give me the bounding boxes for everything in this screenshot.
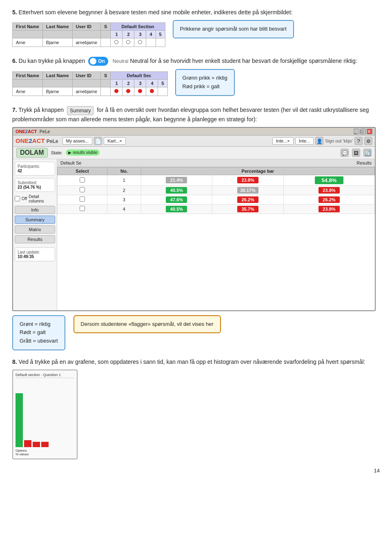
table-row: 4 40.5% 35.7% 23.8% xyxy=(58,204,375,214)
hist-bar-3 xyxy=(33,442,40,447)
sidebar-btn-matrix[interactable]: Matrix xyxy=(15,225,55,234)
state-value: ▶ results visible xyxy=(66,149,100,156)
table2-col-s: S xyxy=(101,72,111,80)
row1-select[interactable] xyxy=(80,177,85,183)
results-header: Results xyxy=(356,160,372,165)
dot-q2 xyxy=(126,40,130,44)
nav-tab-inte2[interactable]: Inte... xyxy=(295,137,314,145)
item7-callouts: Grønt = riktig Rødt = galt Grått = ubesv… xyxy=(12,315,380,350)
last-update-block: Last update: 10:49:35 xyxy=(15,247,55,261)
summary-button[interactable]: Summary xyxy=(67,106,94,115)
table2-q5: 5 xyxy=(158,80,167,87)
item8-text: 8. Ved å trykke på en av grafene, som op… xyxy=(12,358,380,366)
callout3: Grønt = riktig Rødt = galt Grått = ubesv… xyxy=(12,315,65,350)
callout2-line1: Grønn prikk = riktig xyxy=(183,74,227,82)
table2-col-firstname: First Name xyxy=(13,72,43,80)
sidebar-btn-info[interactable]: Info xyxy=(15,206,55,214)
item7-text: 7. Trykk på knappen Summary for å få en … xyxy=(12,106,380,123)
off-toggle-row: Off Detail columns xyxy=(15,194,55,203)
table2-q4: 4 xyxy=(146,80,158,87)
histogram-bars xyxy=(16,380,74,447)
table1-wrapper: First Name Last Name User ID S Default S… xyxy=(12,20,165,49)
table1-q4: 4 xyxy=(146,31,156,38)
callout2-line2: Rød prikk = galt xyxy=(183,82,227,91)
table1-col-lastname: Last Name xyxy=(42,23,72,31)
app-data-table: Select No. Percentage bar 1 21.4% 23.8% … xyxy=(57,167,375,214)
table1-col-firstname: First Name xyxy=(13,23,43,31)
app-titlebar-title: ONE2ACT PeLe xyxy=(16,129,353,134)
row4-select[interactable] xyxy=(80,206,85,211)
app-titlebar: ONE2ACT PeLe _ □ ✕ xyxy=(13,128,375,136)
table1-q5: 5 xyxy=(156,31,165,38)
callout2: Grønn prikk = riktig Rød prikk = galt xyxy=(175,69,235,96)
table2-section-header: Default Sec xyxy=(111,72,167,80)
item5-section: 5. Etterhvert som elevene begynner å bes… xyxy=(12,8,380,49)
table2-q3: 3 xyxy=(134,80,146,87)
app-logo: ONE2ACT PeLe xyxy=(16,137,58,144)
table2-col-userid: User ID xyxy=(72,72,101,80)
nav-icon-question[interactable]: ? xyxy=(354,137,363,145)
table1-section-header: Default Section xyxy=(111,23,165,31)
app-body: Participants: 42 Submitted: 23 (54.76 %)… xyxy=(13,159,375,310)
table1-col-s: S xyxy=(101,23,111,31)
callout3-line3: Grått = ubesvart xyxy=(20,337,58,345)
page-number: 14 xyxy=(12,468,380,474)
hist-bar-1 xyxy=(16,393,23,447)
dolam-label: DOLAM xyxy=(16,148,48,158)
state-label: State: xyxy=(51,150,63,155)
app-sidebar: Participants: 42 Submitted: 23 (54.76 %)… xyxy=(13,159,57,310)
table2-q2: 2 xyxy=(122,80,134,87)
app-screenshot: ONE2ACT PeLe _ □ ✕ ONE2ACT PeLe My asses… xyxy=(12,127,376,311)
table-row: 3 47.6% 26.2% 26.2% xyxy=(58,195,375,204)
section-header-label: Default Se xyxy=(60,160,81,165)
nav-icon-chat[interactable]: 💬 xyxy=(341,149,349,157)
submitted-value: 23 (54.76 %) xyxy=(18,185,52,189)
row2-select[interactable] xyxy=(80,187,85,192)
dot2-q4 xyxy=(150,89,154,93)
nav-tab-kart[interactable]: Kart...× xyxy=(104,137,126,145)
item8-section: 8. Ved å trykke på en av grafene, som op… xyxy=(12,358,380,459)
table1-q2: 2 xyxy=(122,31,134,38)
nav-icon-settings[interactable]: ⚙ xyxy=(364,137,372,145)
participants-block: Participants: 42 xyxy=(15,162,55,176)
table2-q1: 1 xyxy=(111,80,122,87)
histogram-legend: Options % values xyxy=(16,449,74,456)
off-toggle[interactable] xyxy=(15,196,20,201)
close-icon[interactable]: ✕ xyxy=(367,129,372,134)
col-select: Select xyxy=(58,167,107,175)
item6-section: 6. Du kan trykke på knappen On Neutral N… xyxy=(12,57,380,98)
submitted-block: Submitted: 23 (54.76 %) xyxy=(15,178,55,192)
submitted-label: Submitted: xyxy=(18,180,52,185)
maximize-icon[interactable]: □ xyxy=(360,129,366,134)
dot2-q2 xyxy=(126,89,130,93)
col-no: No. xyxy=(107,167,141,175)
histogram-title: Default section - Question 1 xyxy=(16,373,74,378)
app-subnavbar: DOLAM State: ▶ results visible 💬 🖼 🔄 xyxy=(13,147,375,159)
table-row: 1 21.4% 23.8% 54.8% xyxy=(58,175,375,185)
nav-icon-image[interactable]: 🖼 xyxy=(352,149,360,157)
nav-tab-myasses[interactable]: My asses... xyxy=(62,137,93,145)
sidebar-btn-summary[interactable]: Summary xyxy=(15,216,55,224)
hist-bar-2 xyxy=(24,440,31,447)
minimize-icon[interactable]: _ xyxy=(354,129,359,134)
nav-tab-inte1[interactable]: Inte...× xyxy=(272,137,294,145)
callout4: Dersom studentene «flagger» spørsmål, vi… xyxy=(74,315,221,334)
dot2-q1 xyxy=(114,89,118,93)
callout3-line2: Rødt = galt xyxy=(20,328,58,337)
dot-q1 xyxy=(114,40,118,44)
table1-q1: 1 xyxy=(111,31,122,38)
table1-q3: 3 xyxy=(134,31,146,38)
item5-text: 5. Etterhvert som elevene begynner å bes… xyxy=(12,8,380,17)
table2-row: Arne Bjarne arnebjarne xyxy=(13,87,168,96)
dot-q3 xyxy=(138,40,142,44)
nav-icon-refresh[interactable]: 🔄 xyxy=(363,149,372,157)
app-main-content: Default Se Results Select No. Percentage… xyxy=(57,159,375,310)
histogram-body xyxy=(16,380,74,447)
row3-select[interactable] xyxy=(80,196,85,202)
sidebar-btn-results[interactable]: Results xyxy=(15,235,55,243)
table2-col-lastname: Last Name xyxy=(42,72,72,80)
nav-icon-person: 👤 xyxy=(315,137,323,145)
app-navbar: ONE2ACT PeLe My asses... 📄 Kart...× Inte… xyxy=(13,136,375,147)
toggle-on-button[interactable]: On xyxy=(88,57,108,66)
table2: First Name Last Name User ID S Default S… xyxy=(12,71,168,96)
